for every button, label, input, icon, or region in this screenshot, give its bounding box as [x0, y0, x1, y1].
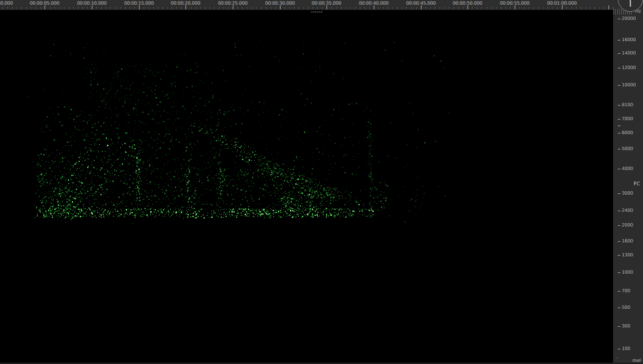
timeline-minor-tick — [313, 7, 313, 9]
timeline-minor-tick — [294, 7, 295, 9]
frequency-tick — [618, 255, 620, 256]
timeline-minor-tick — [55, 7, 55, 9]
frequency-tick — [618, 291, 620, 292]
timeline-major-tick — [467, 5, 468, 9]
timeline-minor-tick — [510, 7, 511, 9]
frequency-tick — [618, 308, 620, 308]
timeline-minor-tick — [576, 7, 577, 9]
timeline-minor-tick — [191, 7, 192, 9]
frequency-tick — [618, 133, 620, 134]
timeline-minor-tick — [275, 7, 276, 9]
timeline-minor-tick — [50, 7, 51, 9]
frequency-tick — [618, 68, 620, 68]
spectrogram-canvas[interactable] — [0, 10, 613, 364]
timeline-minor-tick — [430, 7, 431, 9]
timeline-minor-tick — [289, 7, 290, 9]
frequency-tick-label: 16000 — [622, 37, 636, 43]
frequency-tick-label: 2000 — [622, 223, 633, 228]
timeline-minor-tick — [17, 7, 17, 9]
timeline-ruler[interactable]: 00:00:00.00000:00:05.00000:00:10.00000:0… — [0, 0, 643, 10]
timeline-minor-tick — [247, 7, 247, 9]
timeline-minor-tick — [590, 7, 590, 9]
timeline-minor-tick — [505, 7, 506, 9]
timeline-minor-tick — [388, 7, 388, 9]
timeline-minor-tick — [533, 7, 534, 9]
timeline-minor-tick — [130, 7, 130, 9]
frequency-tick — [618, 40, 620, 41]
fc-overlay-label: FC — [634, 181, 640, 187]
timeline-minor-tick — [181, 7, 182, 9]
frequency-axis[interactable]: Hz FC mel ^ 2000016000140001200010000810… — [613, 10, 643, 364]
frequency-tick-label: 300 — [622, 323, 630, 329]
timeline-minor-tick — [543, 7, 543, 9]
timeline-major-tick — [139, 5, 140, 9]
timeline-minor-tick — [440, 7, 440, 9]
axis-bottom-caret: ^ — [616, 356, 619, 361]
timeline-minor-tick — [519, 7, 520, 9]
timeline-minor-tick — [552, 7, 553, 9]
timeline-minor-tick — [223, 7, 224, 9]
timeline-minor-tick — [87, 7, 88, 9]
timeline-minor-tick — [477, 7, 477, 9]
timeline-minor-tick — [317, 7, 318, 9]
timeline-minor-tick — [487, 7, 487, 9]
timeline-minor-tick — [397, 7, 398, 9]
timeline-minor-tick — [251, 7, 252, 9]
timeline-minor-tick — [148, 7, 149, 9]
frequency-tick-label: 1300 — [622, 252, 633, 258]
timeline-minor-tick — [82, 7, 83, 9]
timeline-minor-tick — [78, 7, 78, 9]
spectrogram-app-window: 00:00:00.00000:00:05.00000:00:10.00000:0… — [0, 0, 643, 364]
frequency-tick — [618, 326, 620, 327]
timeline-minor-tick — [237, 7, 238, 9]
timeline-minor-tick — [125, 7, 126, 9]
timeline-minor-tick — [426, 7, 426, 9]
timeline-minor-tick — [458, 7, 459, 9]
timeline-minor-tick — [355, 7, 356, 9]
timeline-minor-tick — [73, 7, 74, 9]
timeline-minor-tick — [153, 7, 154, 9]
timeline-minor-tick — [449, 7, 450, 9]
timeline-minor-tick — [219, 7, 219, 9]
timeline-minor-tick — [68, 7, 69, 9]
timeline-minor-tick — [271, 7, 271, 9]
timeline-minor-tick — [580, 7, 581, 9]
timeline-minor-tick — [134, 7, 135, 9]
timeline-minor-tick — [444, 7, 445, 9]
timeline-minor-tick — [303, 7, 304, 9]
frequency-tick — [618, 225, 620, 226]
timeline-minor-tick — [529, 7, 529, 9]
frequency-tick-label: 7000 — [622, 116, 633, 122]
timeline-minor-tick — [594, 7, 595, 9]
frequency-tick-label: 700 — [622, 288, 630, 294]
timeline-minor-tick — [167, 7, 168, 9]
timeline-minor-tick — [402, 7, 402, 9]
timeline-minor-tick — [567, 7, 567, 9]
frequency-tick — [618, 193, 620, 194]
timeline-minor-tick — [172, 7, 172, 9]
timeline-major-tick — [280, 5, 281, 9]
timeline-minor-tick — [12, 7, 13, 9]
timeline-major-tick — [562, 5, 563, 9]
timeline-minor-tick — [585, 7, 586, 9]
timeline-minor-tick — [101, 7, 102, 9]
timeline-major-tick — [374, 5, 374, 9]
timeline-label: 00:00:00.000 — [0, 1, 13, 6]
frequency-tick-label: 8100 — [622, 102, 633, 108]
timeline-major-tick — [92, 5, 92, 9]
timeline-minor-tick — [144, 7, 144, 9]
frequency-tick-label: 6000 — [622, 130, 633, 136]
frequency-tick-label: 1600 — [622, 238, 633, 244]
frequency-tick — [618, 149, 620, 149]
timeline-minor-tick — [383, 7, 384, 9]
timeline-minor-tick — [96, 7, 97, 9]
timeline-major-tick — [186, 5, 186, 9]
timeline-minor-tick — [261, 7, 262, 9]
timeline-minor-tick — [599, 7, 600, 9]
timeline-minor-tick — [496, 7, 497, 9]
timeline-minor-tick — [322, 7, 322, 9]
timeline-minor-tick — [557, 7, 558, 9]
timeline-minor-tick — [120, 7, 121, 9]
timeline-major-tick — [326, 5, 327, 9]
dial-needle-icon — [630, 0, 631, 7]
